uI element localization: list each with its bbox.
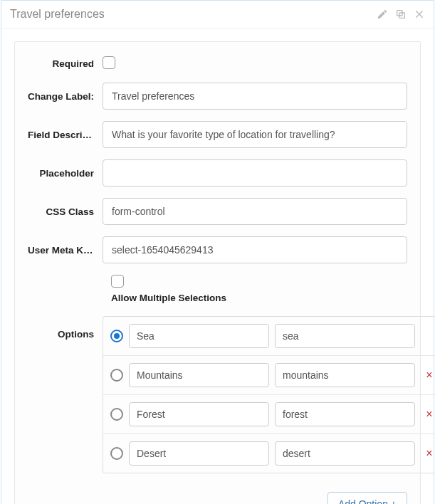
label-description: Field Descript... — [28, 130, 103, 140]
row-allow-multi: Allow Multiple Selections — [111, 275, 407, 303]
remove-option-icon[interactable]: × — [421, 408, 435, 421]
option-label-input[interactable] — [129, 402, 269, 426]
row-description: Field Descript... — [28, 121, 407, 148]
close-icon[interactable] — [414, 9, 425, 20]
label-options: Options — [28, 316, 103, 340]
option-row: × — [103, 434, 435, 473]
placeholder-input[interactable] — [103, 159, 407, 187]
option-value-input[interactable] — [275, 402, 415, 426]
option-default-radio[interactable] — [110, 330, 123, 342]
label-allow-multi: Allow Multiple Selections — [111, 293, 407, 303]
copy-icon[interactable] — [395, 9, 407, 20]
change-label-input[interactable] — [103, 83, 407, 110]
options-list: ××× — [103, 316, 435, 473]
allow-multi-checkbox[interactable] — [111, 275, 124, 288]
titlebar: Travel preferences — [1, 1, 434, 28]
row-options: Options ××× — [28, 316, 407, 473]
pencil-icon[interactable] — [377, 9, 388, 20]
option-label-input[interactable] — [129, 363, 269, 387]
row-css-class: CSS Class — [28, 198, 407, 225]
option-row: × — [103, 356, 435, 395]
label-change-label: Change Label: — [28, 91, 103, 102]
option-value-input[interactable] — [275, 324, 415, 348]
label-placeholder: Placeholder — [28, 168, 103, 179]
label-css-class: CSS Class — [28, 206, 103, 217]
option-row — [103, 317, 435, 356]
row-required: Required — [28, 56, 407, 71]
option-row: × — [103, 395, 435, 434]
option-default-radio[interactable] — [110, 447, 123, 460]
add-option-row: Add Option + — [28, 485, 407, 504]
row-meta-key: User Meta Key — [28, 236, 407, 263]
meta-key-input[interactable] — [103, 236, 407, 263]
content-area: Required Change Label: Field Descript...… — [1, 28, 434, 504]
add-option-button[interactable]: Add Option + — [327, 492, 407, 504]
row-change-label: Change Label: — [28, 83, 407, 110]
option-default-radio[interactable] — [110, 369, 123, 382]
remove-option-icon[interactable]: × — [421, 447, 435, 460]
remove-option-icon[interactable]: × — [421, 369, 435, 382]
label-required: Required — [28, 58, 103, 69]
required-checkbox[interactable] — [103, 56, 115, 69]
titlebar-actions — [377, 9, 425, 20]
row-placeholder: Placeholder — [28, 159, 407, 187]
field-editor-window: Travel preferences Required Change Label… — [1, 0, 434, 504]
form-panel: Required Change Label: Field Descript...… — [14, 41, 421, 504]
window-title: Travel preferences — [10, 8, 105, 21]
option-label-input[interactable] — [129, 441, 269, 466]
css-class-input[interactable] — [103, 198, 407, 225]
description-input[interactable] — [103, 121, 407, 148]
option-default-radio[interactable] — [110, 408, 123, 421]
option-label-input[interactable] — [129, 324, 269, 348]
option-value-input[interactable] — [275, 363, 415, 387]
label-meta-key: User Meta Key — [28, 245, 103, 256]
option-value-input[interactable] — [275, 441, 415, 466]
